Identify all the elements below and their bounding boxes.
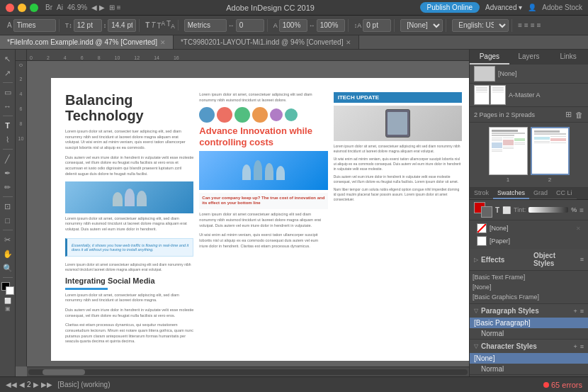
tab-stroke[interactable]: Strok — [470, 188, 493, 199]
tab-links[interactable]: Links — [548, 50, 588, 65]
close-button[interactable] — [6, 4, 14, 12]
para-styles-options-button[interactable]: ≡ — [580, 308, 584, 315]
col1-image-people — [65, 181, 193, 213]
gap-tool[interactable]: ↔ — [1, 100, 14, 113]
tint-slider[interactable] — [528, 207, 568, 213]
effects-arrow: ▷ — [474, 257, 478, 263]
stroke-color-swatch[interactable] — [481, 206, 492, 218]
formatting-object-icon[interactable]: ⬜ — [502, 206, 511, 214]
swatch-none-delete[interactable]: ✕ — [576, 225, 581, 232]
object-style-none[interactable]: [None] — [470, 282, 588, 292]
document-page[interactable]: Balancing Technology Lorem ipsum dolor s… — [51, 78, 469, 361]
effects-options-button[interactable]: ≡ — [580, 256, 584, 263]
minimize-button[interactable] — [18, 4, 26, 12]
language-select[interactable]: English: USA — [452, 19, 509, 32]
page-tool[interactable]: ▭ — [1, 86, 14, 99]
next-spread-button[interactable]: ▶ — [33, 381, 39, 388]
scrollbar-thumb[interactable] — [43, 369, 85, 375]
horiz-scale-input[interactable] — [317, 19, 345, 32]
swatch-paper-item[interactable]: [Paper] — [474, 235, 584, 247]
hand-tool[interactable]: ✋ — [1, 247, 14, 260]
maximize-button[interactable] — [30, 4, 38, 12]
page-thumb-1[interactable] — [489, 127, 528, 175]
view-options[interactable]: ⊞ ≡ — [109, 4, 121, 11]
type-on-path-tool[interactable]: ⌇ — [1, 133, 14, 146]
char-style-none[interactable]: [None] — [470, 353, 588, 364]
subscript-btn[interactable]: TA — [166, 20, 175, 30]
new-page-button[interactable]: ⊞ — [565, 109, 572, 120]
tab-bar: *FileInfo.com Example.indd @ 47% [Conver… — [0, 35, 588, 50]
page-col1-body3: Lorem ipsum dolor sit amet, consectetuer… — [65, 216, 193, 233]
tab-pages[interactable]: Pages — [470, 50, 509, 65]
next-page-button[interactable]: ▶▶ — [41, 381, 52, 388]
type-tool[interactable]: T — [1, 119, 14, 132]
formatting-text-icon[interactable]: T — [495, 206, 499, 214]
character-styles-header[interactable]: ▽ Character Styles + ≡ — [470, 340, 588, 353]
tab-0[interactable]: *FileInfo.com Example.indd @ 47% [Conver… — [0, 35, 174, 49]
leading-input[interactable] — [108, 19, 136, 32]
rectangle-frame-tool[interactable]: ⊡ — [1, 200, 14, 213]
line-tool[interactable]: ╱ — [1, 152, 14, 165]
bold-btn[interactable]: T — [145, 21, 149, 29]
prev-page-button[interactable]: ◀◀ — [6, 381, 17, 388]
page-thumb-2[interactable] — [531, 127, 570, 175]
pencil-tool[interactable]: ✏ — [1, 181, 14, 194]
object-style-basic-text[interactable]: [Basic Text Frame] — [470, 272, 588, 282]
align-left-icon[interactable]: ≡ — [518, 21, 522, 29]
effects-header[interactable]: ▷ Effects Object Styles ≡ — [470, 249, 588, 270]
zoom-tool[interactable]: 🔍 — [1, 262, 14, 274]
para-styles-new-button[interactable]: + — [573, 308, 577, 315]
delete-page-button[interactable]: 🗑 — [575, 109, 584, 120]
align-center-icon[interactable]: ≡ — [524, 21, 528, 29]
swatch-none-item[interactable]: [None] ✕ — [474, 222, 584, 235]
para-style-normal[interactable]: Normal — [470, 328, 588, 339]
tab-grad[interactable]: Grad — [529, 188, 552, 199]
menu-bar-right: Publish Online Advanced ▾ 👤 Adobe Stock — [420, 2, 582, 13]
formatting-mode[interactable]: ⬜ — [4, 298, 11, 304]
scissors-tool[interactable]: ✂ — [1, 233, 14, 246]
zoom-input[interactable] — [279, 19, 307, 32]
char-style-normal[interactable]: Normal — [470, 364, 588, 374]
selection-tool[interactable]: ↖ — [1, 52, 14, 65]
italic-btn[interactable]: T — [151, 21, 155, 29]
fill-swatch[interactable] — [1, 282, 14, 295]
zoom-controls[interactable]: ◀ ▶ — [91, 4, 105, 11]
none-select[interactable]: [None] — [400, 19, 443, 32]
align-right-icon[interactable]: ≡ — [531, 21, 535, 29]
ruler-mark-14: 14 — [154, 55, 159, 60]
align-justify-icon[interactable]: ≡ — [537, 21, 541, 29]
scrollbar-track[interactable] — [28, 369, 468, 375]
tab-cc-li[interactable]: CC Li — [552, 188, 577, 199]
prev-spread-button[interactable]: ◀ — [19, 381, 25, 388]
para-style-basic[interactable]: [Basic Paragraph] — [470, 318, 588, 328]
superscript-btn[interactable]: TA — [157, 20, 165, 30]
font-family-input[interactable] — [13, 19, 56, 32]
publish-online-button[interactable]: Publish Online — [420, 2, 480, 13]
baseline-input[interactable] — [363, 19, 391, 32]
para-styles-arrow: ▽ — [474, 308, 478, 314]
direct-select-tool[interactable]: ↗ — [1, 67, 14, 79]
object-style-basic-graphics[interactable]: [Basic Graphics Frame] — [470, 292, 588, 302]
preflight-errors[interactable]: 65 errors — [543, 381, 582, 389]
bridge-icon[interactable]: Br — [45, 4, 52, 11]
tab-1-close[interactable]: ✕ — [346, 39, 351, 46]
character-styles-list: [None] Normal — [470, 353, 588, 374]
rectangle-tool[interactable]: □ — [1, 214, 14, 227]
kerning-type-input[interactable] — [184, 19, 227, 32]
advanced-menu[interactable]: Advanced ▾ — [485, 4, 522, 11]
canvas-area[interactable]: 0 2 4 6 8 10 12 14 16 0 2 4 6 8 10 — [16, 50, 469, 376]
tab-1[interactable]: *TC9980201-LAYOUT-Mi1.indd @ 94% [Conver… — [174, 35, 360, 49]
horizontal-scrollbar[interactable] — [27, 366, 469, 376]
view-mode[interactable]: ▣ — [5, 306, 11, 312]
tab-0-close[interactable]: ✕ — [160, 39, 166, 46]
tracking-input[interactable] — [236, 19, 264, 32]
char-styles-options-button[interactable]: ≡ — [580, 343, 584, 350]
font-size-input[interactable] — [74, 19, 102, 32]
tab-layers[interactable]: Layers — [509, 50, 549, 65]
char-styles-new-button[interactable]: + — [573, 343, 577, 350]
illustrator-icon[interactable]: Ai — [57, 4, 63, 11]
pen-tool[interactable]: ✒ — [1, 167, 14, 179]
swatch-options-button[interactable]: ≡ — [579, 206, 584, 214]
paragraph-styles-header[interactable]: ▽ Paragraph Styles + ≡ — [470, 304, 588, 318]
tab-swatches[interactable]: Swatches — [493, 188, 529, 199]
